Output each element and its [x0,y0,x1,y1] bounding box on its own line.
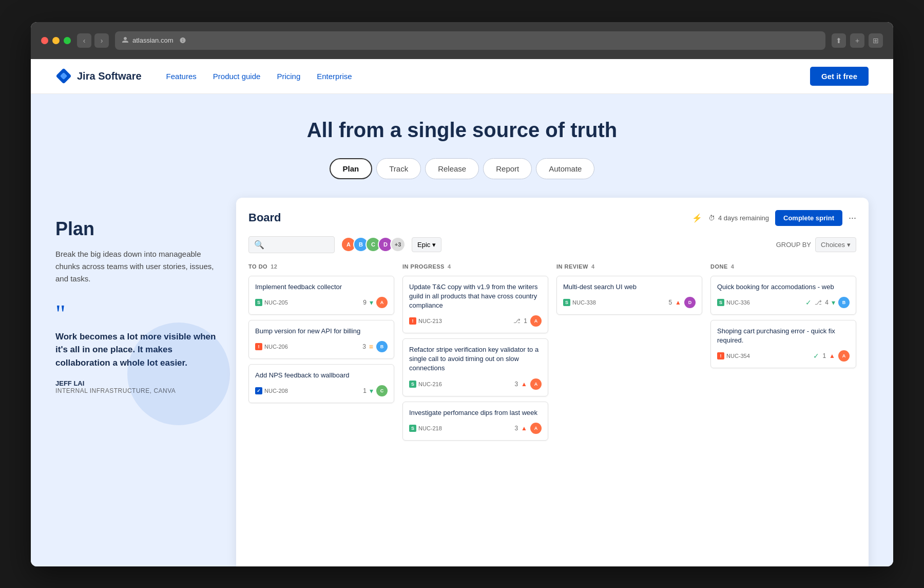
bug-icon: ! [409,317,416,325]
search-input[interactable] [267,241,329,249]
card-id: S NUC-336 [717,299,750,306]
traffic-lights [41,37,71,44]
forward-button[interactable]: › [94,33,109,48]
card-avatar: A [376,297,388,308]
page-content: Jira Software Features Product guide Pri… [31,59,893,566]
priority-icon: ▲ [521,381,527,388]
card-meta: 3 ≡ B [362,341,388,352]
tab-report[interactable]: Report [483,158,532,179]
nav-product-guide[interactable]: Product guide [213,72,261,81]
card-avatar: A [530,423,542,434]
new-tab-button[interactable]: + [850,33,864,48]
card-id: S NUC-218 [409,425,442,432]
merge-icon: ⎇ [815,299,822,306]
col-header-inreview: IN REVIEW 4 [556,263,702,270]
card-nuc213: Update T&C copy with v1.9 from the write… [402,276,548,334]
more-options-button[interactable]: ··· [849,213,856,223]
card-meta: 3 ▲ A [514,378,542,390]
address-bar[interactable]: atlassian.com [115,31,825,50]
card-avatar: B [376,341,388,352]
avatar-group: A B C D +3 [341,237,406,252]
equals-icon: ≡ [369,343,373,351]
check-icon: ✓ [805,298,812,307]
arrow-down-icon: ▾ [832,298,835,307]
close-button[interactable] [41,37,48,44]
fullscreen-button[interactable] [64,37,71,44]
kanban-col-inprogress: IN PROGRESS 4 Update T&C copy with v1.9 … [402,263,548,446]
card-avatar: C [376,385,388,396]
logo-text: Jira Software [77,70,142,82]
card-avatar: B [838,297,850,308]
card-nuc208: Add NPS feedback to wallboard ✓ NUC-208 … [248,364,394,403]
nav-features[interactable]: Features [166,72,197,81]
card-id: ! NUC-213 [409,317,442,325]
tab-plan[interactable]: Plan [330,158,373,179]
content-area: Plan Break the big ideas down into manag… [55,198,869,566]
lightning-icon: ⚡ [692,213,702,223]
branch-icon: ⎇ [513,317,521,325]
complete-sprint-button[interactable]: Complete sprint [775,210,842,226]
card-nuc336: Quick booking for accomodations - web S … [710,276,856,315]
card-meta: 9 ▾ A [363,297,388,308]
card-id: ! NUC-354 [717,352,750,359]
card-meta: 3 ▲ A [514,423,542,434]
hero-section: All from a single source of truth Plan T… [31,94,893,566]
priority-icon: ▲ [829,352,835,359]
kanban-col-inreview: IN REVIEW 4 Multi-dest search UI web S N… [556,263,702,446]
story-icon: S [717,299,724,306]
panel-title: Plan [55,218,220,240]
story-icon: S [255,299,262,306]
browser-chrome: ‹ › atlassian.com ⬆ + ⊞ [31,22,893,59]
browser-nav-buttons: ‹ › [77,33,109,48]
story-icon: S [409,425,416,432]
kanban-col-done: DONE 4 Quick booking for accomodations -… [710,263,856,446]
left-panel: Plan Break the big ideas down into manag… [55,198,220,566]
board-title: Board [248,211,686,224]
nav-pricing[interactable]: Pricing [277,72,300,81]
card-meta: 5 ▲ D [668,297,696,308]
circle-decoration [127,323,230,425]
group-by-select[interactable]: Choices ▾ [815,237,856,252]
hero-title: All from a single source of truth [307,119,618,142]
card-avatar: A [838,350,850,362]
task-icon: ✓ [255,387,262,394]
browser-actions: ⬆ + ⊞ [832,33,883,48]
kanban-board: TO DO 12 Implement feedback collector S … [248,263,856,446]
card-id: S NUC-216 [409,381,442,388]
navbar: Jira Software Features Product guide Pri… [31,59,893,94]
col-header-done: DONE 4 [710,263,856,270]
tab-group: Plan Track Release Report Automate [330,158,595,179]
arrow-down-icon: ▾ [370,387,373,395]
grid-button[interactable]: ⊞ [869,33,883,48]
epic-button[interactable]: Epic ▾ [412,237,441,252]
priority-icon: ▲ [521,425,527,432]
get-it-free-button[interactable]: Get it free [810,67,869,86]
url-text: atlassian.com [132,36,173,44]
kanban-col-todo: TO DO 12 Implement feedback collector S … [248,263,394,446]
card-meta: ✓ ⎇ 4 ▾ B [805,297,850,308]
card-avatar: A [530,315,542,327]
col-header-todo: TO DO 12 [248,263,394,270]
priority-icon: ▲ [675,299,681,306]
tab-automate[interactable]: Automate [536,158,594,179]
search-icon: 🔍 [254,240,264,250]
board-header: Board ⚡ ⏱ 4 days remaining Complete spri… [248,210,856,226]
card-id: ✓ NUC-208 [255,387,288,394]
minimize-button[interactable] [52,37,60,44]
chevron-down-icon: ▾ [847,241,851,249]
tab-track[interactable]: Track [376,158,421,179]
board-toolbar: 🔍 A B C D +3 Epic ▾ [248,236,856,253]
share-button[interactable]: ⬆ [832,33,846,48]
group-by: GROUP BY Choices ▾ [776,237,856,252]
card-avatar: D [684,297,696,308]
search-box[interactable]: 🔍 [248,236,335,253]
nav-enterprise[interactable]: Enterprise [317,72,352,81]
bug-icon: ! [717,352,724,359]
tab-release[interactable]: Release [425,158,479,179]
card-id: ! NUC-206 [255,343,288,350]
check-icon: ✓ [813,352,819,360]
chevron-down-icon: ▾ [432,241,436,249]
card-meta: ✓ 1 ▲ A [813,350,850,362]
back-button[interactable]: ‹ [77,33,91,48]
card-nuc216: Refactor stripe verification key validat… [402,338,548,396]
